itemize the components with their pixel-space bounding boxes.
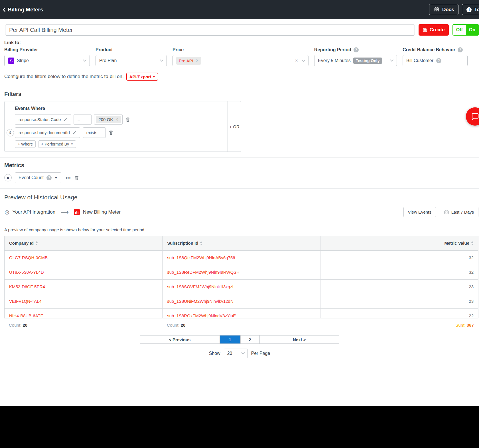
add-where-button[interactable]: + Where [15, 140, 36, 148]
meter-name-input[interactable] [5, 24, 415, 36]
page-2-button[interactable]: 2 [240, 336, 259, 343]
billing-meter-icon [74, 209, 80, 215]
usage-table: Company Id Subscription Id Metric Value … [5, 236, 478, 318]
link-to-label: Link to: [0, 40, 479, 45]
filter-value-label: 200 OK [98, 117, 113, 122]
table-row: VEII-V1QN-TAL4 sub_1S8UNiFM2Whj9Nlnvlkv1… [5, 294, 478, 308]
help-icon[interactable]: ? [458, 47, 463, 52]
count-value: 20 [181, 323, 186, 328]
filter-operator-box[interactable]: exists [83, 127, 106, 138]
conjunction-badge: & [7, 129, 14, 136]
filter-operator-box[interactable]: = [74, 114, 92, 125]
chip-remove-icon[interactable]: × [115, 117, 118, 122]
company-id-cell[interactable]: VEII-V1QN-TAL4 [5, 294, 163, 308]
sort-icon [200, 241, 202, 245]
trash-icon [125, 117, 130, 122]
add-or-button[interactable]: + OR [228, 101, 241, 152]
divider [0, 157, 479, 157]
column-header-subscription-id[interactable]: Subscription Id [163, 236, 320, 250]
chevron-down-icon [83, 58, 87, 62]
filter-row: response.Status Code = 200 OK × [15, 114, 224, 125]
view-events-button[interactable]: View Events [403, 207, 436, 217]
price-chip-label: Pro API [179, 58, 193, 63]
credit-balance-select[interactable]: Bill Customer ? [403, 55, 468, 66]
help-icon[interactable]: ? [354, 47, 359, 52]
product-group: Product Pro Plan [96, 47, 167, 66]
company-count: Count: 20 [4, 323, 162, 328]
info-icon: i [466, 7, 472, 12]
column-header-metric-value[interactable]: Metric Value [320, 236, 478, 250]
arrow-right-icon: ⟶ [60, 209, 69, 216]
company-id-cell[interactable]: UT8X-5SJA-YL4D [5, 265, 163, 279]
topbar-actions: Docs i Tour [429, 4, 479, 15]
date-range-button[interactable]: Last 7 Days [440, 207, 478, 217]
billing-provider-select[interactable]: S Stripe [4, 55, 90, 66]
table-row: OLG7-RSQH-0CMB sub_1S8QtkFM2Whj9NlnABv6q… [5, 250, 478, 265]
credit-balance-label-text: Credit Balance Behavior [403, 47, 455, 52]
company-id-cell[interactable]: NIH4-B8UB-6ATF [5, 308, 163, 318]
product-select[interactable]: Pro Plan [96, 55, 167, 66]
page-title: Billing Meters [8, 7, 43, 13]
billing-provider-value: Stripe [17, 58, 29, 63]
subscription-id-cell[interactable]: sub_1S8UNiFM2Whj9Nlnvlkv12dN [163, 294, 320, 308]
price-select-icons: × [295, 58, 305, 64]
filter-row: & response.body.documentId exists [15, 127, 224, 138]
filter-value-box[interactable]: 200 OK × [94, 114, 122, 125]
previous-page-button[interactable]: < Previous [140, 336, 220, 343]
filter-field-box[interactable]: response.body.documentId [15, 127, 80, 138]
divider [0, 188, 479, 189]
toggle-on[interactable]: On [466, 25, 478, 35]
filter-value-chip: 200 OK × [96, 116, 121, 123]
sort-icon [471, 241, 474, 245]
metric-value-cell: 23 [320, 279, 478, 294]
chevron-down-icon [160, 58, 164, 62]
book-icon [434, 7, 440, 12]
docs-button[interactable]: Docs [429, 4, 459, 15]
filter-field-label: response.Status Code [19, 117, 61, 122]
per-page-select[interactable]: 20 [224, 349, 248, 358]
next-page-button[interactable]: Next > [259, 336, 339, 343]
create-label: Create [430, 27, 445, 33]
subscription-id-cell[interactable]: sub_1S8ReDFM2Whj9Nln9I9RWQSH [163, 265, 320, 279]
metric-badge: a [4, 174, 12, 181]
subscription-id-cell[interactable]: sub_1S8ROxFM2Whj9NlndV3zYiuE [163, 308, 320, 318]
divider [0, 223, 479, 223]
caret-down-icon: ▼ [71, 143, 73, 146]
stripe-icon: S [8, 58, 14, 64]
table-footer: Count: 20 Count: 20 Sum: 367 [4, 323, 478, 328]
filter-field-box[interactable]: response.Status Code [15, 114, 71, 125]
delete-filter-button[interactable] [108, 130, 113, 135]
per-page-label: Per Page [251, 351, 270, 356]
reporting-period-select[interactable]: Every 5 Minutes Testing Only [314, 55, 397, 66]
table-row: KM52-D6CF-5PR4 sub_1S8SOVFM2Whj9Nlnk1l3x… [5, 279, 478, 294]
integration-source: Your API Integration [13, 209, 56, 215]
save-icon [423, 28, 427, 32]
testing-only-badge: Testing Only [353, 58, 382, 64]
chip-remove-icon[interactable]: × [196, 58, 198, 63]
price-group: Price Pro API × × [172, 47, 308, 66]
subscription-id-cell[interactable]: sub_1S8QtkFM2Whj9NlnABv6q756 [163, 250, 320, 265]
back-nav[interactable]: Billing Meters [0, 7, 43, 13]
delete-metric-button[interactable] [74, 175, 79, 181]
company-id-cell[interactable]: OLG7-RSQH-0CMB [5, 250, 163, 265]
price-select[interactable]: Pro API × × [172, 55, 308, 66]
more-options-button[interactable]: ••• [66, 175, 71, 180]
column-header-company-id[interactable]: Company Id [5, 236, 163, 250]
api-export-button[interactable]: API/Export ▾ [126, 73, 158, 81]
metric-select[interactable]: Event Count ? ▼ [15, 172, 61, 183]
billing-provider-group: Billing Provider S Stripe [4, 47, 90, 66]
add-performed-by-button[interactable]: + Performed By ▼ [38, 140, 76, 148]
create-button[interactable]: Create [419, 24, 449, 36]
delete-filter-button[interactable] [125, 117, 130, 122]
help-icon[interactable]: ? [436, 58, 441, 63]
subscription-id-cell[interactable]: sub_1S8SOVFM2Whj9Nlnk1l3xqzI [163, 279, 320, 294]
toggle-off[interactable]: Off [453, 25, 466, 35]
help-icon[interactable]: ? [46, 175, 52, 180]
page-1-button[interactable]: 1 [220, 336, 240, 343]
filter-field-label: response.body.documentId [19, 130, 70, 135]
clear-icon[interactable]: × [295, 58, 298, 64]
tour-button[interactable]: i Tour [462, 4, 479, 15]
company-id-cell[interactable]: KM52-D6CF-5PR4 [5, 279, 163, 294]
filter-card-main: Events Where response.Status Code = 200 … [5, 101, 228, 152]
table-row: UT8X-5SJA-YL4D sub_1S8ReDFM2Whj9Nln9I9RW… [5, 265, 478, 279]
